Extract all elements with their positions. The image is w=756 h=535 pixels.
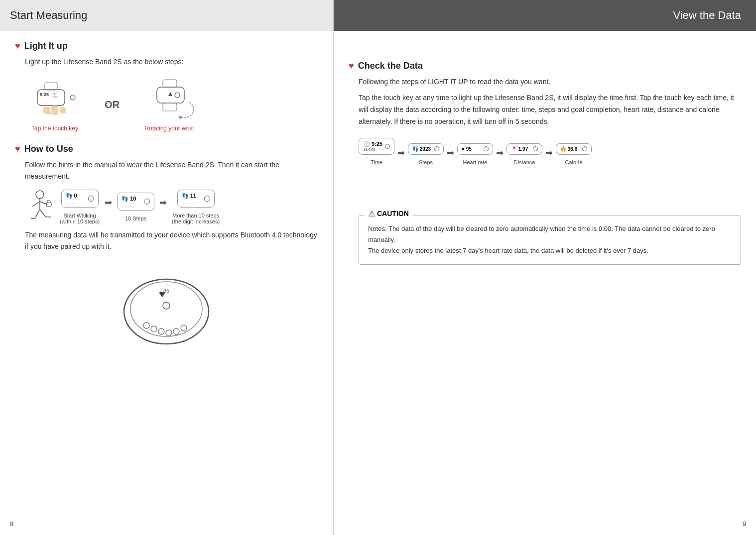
data-step-steps: 👣 2023 Steps bbox=[408, 143, 444, 165]
light-title-text: Light It up bbox=[24, 41, 68, 51]
step10-circle bbox=[144, 199, 150, 205]
or-label: OR bbox=[105, 99, 120, 110]
svg-rect-15 bbox=[163, 80, 177, 88]
distance-circle bbox=[533, 146, 538, 151]
svg-rect-10 bbox=[60, 107, 66, 113]
check-data-title: ♥ Check the Data bbox=[349, 61, 741, 71]
right-header: View the Data bbox=[334, 0, 756, 31]
left-header-text: Start Measuring bbox=[10, 9, 87, 21]
right-header-text: View the Data bbox=[673, 9, 741, 21]
svg-rect-5 bbox=[45, 82, 57, 90]
step11-display: 👣 11 ......... bbox=[177, 190, 215, 208]
data-step-distance: 📍 1.97 Distance bbox=[506, 143, 542, 165]
steps-label: Steps bbox=[419, 159, 433, 165]
heart-band: ♥ 95 bbox=[457, 143, 493, 155]
rotate-caption: Rotating your wrist bbox=[144, 125, 194, 132]
svg-point-4 bbox=[70, 95, 75, 100]
tap-caption: Tap the touch key bbox=[31, 125, 78, 132]
step0-circle bbox=[88, 196, 94, 202]
caution-text: Notes: The data of the day will be clear… bbox=[368, 223, 732, 256]
tap-illustration: 9:25 18 100 Tap the touch key bbox=[25, 77, 85, 132]
arrow1-icon: ➡ bbox=[105, 197, 112, 208]
light-body: Light up the Lifesense Band 2S as the be… bbox=[25, 56, 318, 67]
svg-text:18: 18 bbox=[52, 92, 56, 95]
data-arrow1: ➡ bbox=[397, 147, 405, 158]
data-step-heart: ♥ 95 Heart rate bbox=[457, 143, 493, 165]
how-body2: The measuring data will be transmitted t… bbox=[25, 229, 318, 252]
caution-title: ⚠ CAUTION bbox=[364, 209, 413, 218]
heart-icon-1: ♥ bbox=[15, 41, 20, 51]
rotate-illustration: ▲ Rotating your wrist bbox=[139, 77, 199, 132]
check-body2: Tap the touch key at any time to light u… bbox=[359, 92, 741, 127]
steps-band: 👣 2023 bbox=[408, 143, 444, 155]
heart-circle bbox=[484, 146, 489, 151]
heart-icon-2: ♥ bbox=[15, 144, 20, 154]
caution-box: ⚠ CAUTION Notes: The data of the day wil… bbox=[359, 215, 741, 265]
heart-label: Heart rate bbox=[463, 159, 488, 165]
step11-circle bbox=[204, 196, 210, 202]
how-title-text: How to Use bbox=[24, 144, 73, 154]
svg-text:9:25: 9:25 bbox=[40, 92, 49, 97]
step11-block: 👣 11 ......... More than 10 steps (the d… bbox=[172, 190, 220, 224]
heart-icon-3: ♥ bbox=[349, 61, 354, 71]
step0-label: Start Walking (within 10 steps) bbox=[60, 213, 100, 224]
svg-point-36 bbox=[151, 326, 157, 332]
page-number-right: 9 bbox=[743, 520, 746, 528]
step10-block: 👣 10 ......... 10 Steps bbox=[117, 193, 154, 221]
tap-hand-svg: 9:25 18 100 bbox=[25, 77, 85, 122]
data-arrow2: ➡ bbox=[447, 147, 454, 158]
svg-rect-16 bbox=[163, 103, 177, 111]
svg-text:100: 100 bbox=[52, 96, 58, 99]
how-body1: Follow the hints in the manual to wear t… bbox=[25, 159, 318, 182]
right-page: View the Data ♥ Check the Data Following… bbox=[334, 0, 756, 535]
step0-display: 👣 0 ......... bbox=[61, 190, 99, 208]
time-circle bbox=[385, 144, 390, 149]
svg-line-20 bbox=[32, 202, 40, 207]
caution-triangle-icon: ⚠ bbox=[368, 209, 375, 218]
svg-rect-8 bbox=[51, 106, 58, 114]
svg-point-18 bbox=[36, 191, 44, 199]
svg-text:95: 95 bbox=[163, 288, 169, 294]
left-header: Start Measuring bbox=[0, 0, 333, 31]
distance-band: 📍 1.97 bbox=[506, 143, 542, 155]
steps-illustration: 👣 0 ......... Start Walking (within 10 s… bbox=[25, 190, 318, 224]
data-arrow3: ➡ bbox=[496, 147, 504, 158]
svg-line-22 bbox=[35, 210, 40, 218]
data-step-calorie: 🔥 36.6 Calorie bbox=[556, 143, 592, 165]
section-light-title: ♥ Light It up bbox=[15, 41, 318, 51]
calorie-circle bbox=[582, 146, 587, 151]
data-step-time: 🕐 9:25 18/100 Time bbox=[359, 138, 394, 165]
time-band: 🕐 9:25 18/100 bbox=[359, 138, 394, 155]
steps-circle bbox=[434, 146, 439, 151]
svg-rect-11 bbox=[43, 108, 48, 113]
svg-line-23 bbox=[40, 210, 46, 217]
large-device-area: ♥ 95 bbox=[15, 262, 318, 351]
calorie-label: Calorie bbox=[565, 159, 583, 165]
svg-point-40 bbox=[181, 325, 187, 331]
svg-point-37 bbox=[158, 328, 164, 334]
section-how-title: ♥ How to Use bbox=[15, 144, 318, 154]
step0-block: 👣 0 ......... Start Walking (within 10 s… bbox=[60, 190, 100, 224]
check-body1: Following the steps of LIGHT IT UP to re… bbox=[359, 76, 741, 87]
arrow2-icon: ➡ bbox=[159, 197, 167, 208]
svg-point-39 bbox=[173, 328, 179, 334]
distance-label: Distance bbox=[514, 159, 535, 165]
check-title-text: Check the Data bbox=[358, 61, 423, 71]
time-label: Time bbox=[371, 159, 382, 165]
walker-svg bbox=[25, 190, 55, 224]
step10-label: 10 Steps bbox=[125, 215, 146, 221]
rotate-wrist-svg: ▲ bbox=[139, 77, 199, 122]
step11-label: More than 10 steps (the digit increases) bbox=[172, 213, 220, 224]
large-device-svg: ♥ 95 bbox=[112, 262, 221, 351]
step10-display: 👣 10 ......... bbox=[117, 193, 154, 211]
left-page: Start Measuring ♥ Light It up Light up t… bbox=[0, 0, 334, 535]
svg-point-38 bbox=[166, 330, 172, 336]
calorie-band: 🔥 36.6 bbox=[556, 143, 592, 155]
light-demo-area: 9:25 18 100 Tap the touch key OR bbox=[25, 77, 318, 132]
svg-point-35 bbox=[143, 322, 149, 328]
walker-figure-block bbox=[25, 190, 55, 224]
data-sequence: 🕐 9:25 18/100 Time ➡ 👣 2023 Steps ➡ ♥ 95 bbox=[359, 138, 741, 165]
page-number-left: 8 bbox=[10, 520, 13, 528]
svg-text:▲: ▲ bbox=[167, 90, 174, 98]
svg-point-34 bbox=[163, 302, 170, 309]
